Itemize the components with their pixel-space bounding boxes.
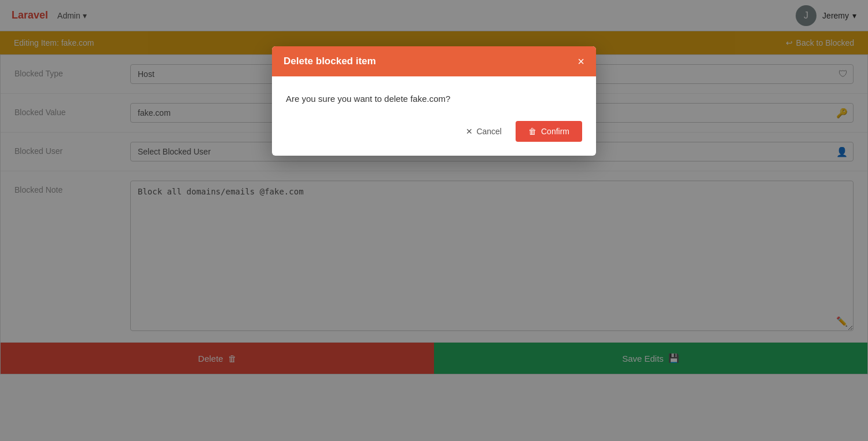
modal-overlay: Delete blocked item × Are you sure you w… (0, 0, 868, 374)
modal-title: Delete blocked item (284, 56, 376, 67)
modal-close-button[interactable]: × (578, 56, 584, 67)
modal-cancel-button[interactable]: ✕ Cancel (459, 122, 509, 141)
cancel-label: Cancel (476, 127, 502, 136)
modal-footer: ✕ Cancel 🗑 Confirm (272, 115, 596, 156)
modal-confirm-button[interactable]: 🗑 Confirm (516, 121, 582, 142)
modal-message: Are you sure you want to delete fake.com… (286, 94, 582, 104)
cancel-x-icon: ✕ (466, 127, 473, 136)
modal-header: Delete blocked item × (272, 46, 596, 76)
modal: Delete blocked item × Are you sure you w… (272, 46, 596, 156)
confirm-trash-icon: 🗑 (528, 127, 536, 136)
modal-body: Are you sure you want to delete fake.com… (272, 76, 596, 115)
confirm-label: Confirm (541, 127, 569, 136)
